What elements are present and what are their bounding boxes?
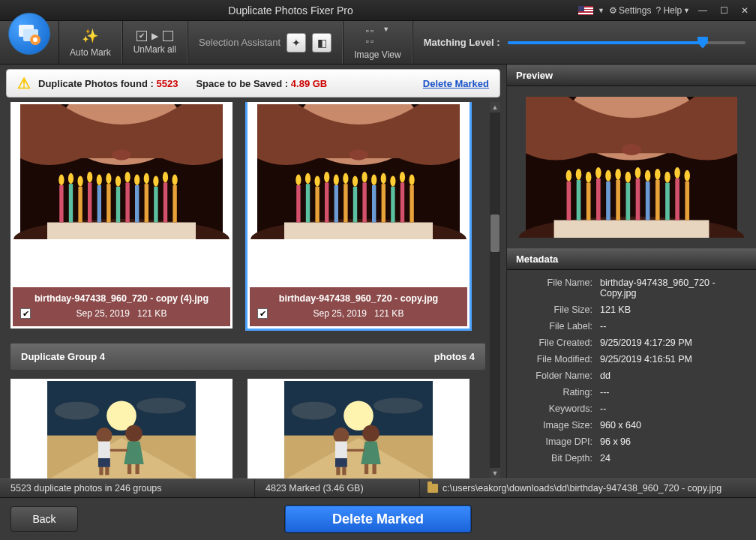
preview-image <box>519 97 744 238</box>
chevron-down-icon[interactable]: ▼ <box>598 7 604 14</box>
arrow-right-icon: ▶ <box>152 31 158 41</box>
minimize-button[interactable]: ― <box>694 3 711 18</box>
auto-mark-button[interactable]: ✨ Auto Mark <box>58 21 122 64</box>
status-groups: 5523 duplicate photos in 246 groups <box>0 479 255 497</box>
slider-thumb[interactable] <box>698 37 708 49</box>
maximize-button[interactable]: ☐ <box>716 3 732 18</box>
scroll-down-arrow[interactable]: ▼ <box>490 468 500 478</box>
scroll-up-arrow[interactable]: ▲ <box>490 102 500 112</box>
chevron-down-icon: ▼ <box>382 26 389 46</box>
thumbnail-image <box>13 104 230 239</box>
selection-assistant-erase-button[interactable]: ◧ <box>312 33 332 52</box>
thumbnail-image <box>250 104 467 239</box>
svg-point-51 <box>33 38 38 42</box>
meta-row: Keywords:-- <box>516 400 747 417</box>
eraser-icon: ◧ <box>317 37 327 49</box>
checked-box-icon: ✔ <box>136 31 147 41</box>
preview-image-box <box>507 86 756 248</box>
meta-row: Folder Name:dd <box>516 368 747 384</box>
delete-marked-link[interactable]: Delete Marked <box>423 78 489 89</box>
meta-row: File Label:-- <box>516 318 747 334</box>
meta-row: Image DPI:96 x 96 <box>516 434 747 450</box>
meta-row: File Created:9/25/2019 4:17:29 PM <box>516 334 747 351</box>
language-flag-icon[interactable] <box>578 6 593 15</box>
mark-checkbox[interactable]: ✔ <box>20 308 31 319</box>
vertical-scrollbar[interactable]: ▲ ▼ <box>490 102 500 478</box>
thumbnail-card[interactable]: birthday-947438_960_720 - copy.jpg Sep 2… <box>248 102 470 328</box>
status-path: c:\users\eakorg\downloads\dd\birthday-94… <box>420 483 756 494</box>
status-bar: 5523 duplicate photos in 246 groups 4823… <box>0 478 756 498</box>
app-title: Duplicate Photos Fixer Pro <box>3 4 578 16</box>
mark-checkbox[interactable]: ✔ <box>257 308 268 319</box>
grid-icon: ▫▫▫▫ <box>366 26 376 46</box>
empty-box-icon <box>163 31 173 41</box>
results-pane: ⚠ Duplicate Photos found : 5523 Space to… <box>0 64 507 478</box>
image-view-button[interactable]: ▫▫▫▫▼ Image View <box>343 21 412 64</box>
app-logo <box>0 21 58 64</box>
thumbnail-card[interactable] <box>10 379 232 478</box>
title-bar: Duplicate Photos Fixer Pro ▼ ⚙Settings ?… <box>0 0 756 21</box>
delete-marked-button[interactable]: Delete Marked <box>284 505 472 533</box>
meta-row: Bit Depth:24 <box>516 450 747 466</box>
found-count: 5523 <box>156 78 178 89</box>
gear-icon: ⚙ <box>609 5 617 16</box>
space-saved: 4.89 GB <box>291 78 327 89</box>
matching-level-group: Matching Level : <box>412 21 756 64</box>
wand-icon: ✨ <box>82 28 98 44</box>
status-marked: 4823 Marked (3.46 GB) <box>255 479 420 497</box>
thumbnail-filename: birthday-947438_960_720 - copy.jpg <box>253 293 464 304</box>
unmark-all-button[interactable]: ✔ ▶ UnMark all <box>122 21 188 64</box>
thumbnail-image <box>250 381 467 478</box>
meta-row: Rating:--- <box>516 384 747 400</box>
folder-icon <box>428 484 438 493</box>
warning-icon: ⚠ <box>17 74 31 92</box>
meta-row: Image Size:960 x 640 <box>516 417 747 434</box>
toolbar: ✨ Auto Mark ✔ ▶ UnMark all Selection Ass… <box>0 21 756 64</box>
preview-header: Preview <box>507 64 756 86</box>
scrollbar-thumb[interactable] <box>490 214 500 252</box>
meta-row: File Name:birthday-947438_960_720 - Copy… <box>516 274 747 302</box>
bottom-bar: Back Delete Marked <box>0 498 756 540</box>
thumbnail-filename: birthday-947438_960_720 - copy (4).jpg <box>16 293 227 304</box>
group-header[interactable]: Duplicate Group 4 photos 4 <box>10 344 485 370</box>
matching-level-slider[interactable] <box>508 41 746 44</box>
meta-row: File Modified:9/25/2019 4:16:51 PM <box>516 351 747 368</box>
wand-icon: ✦ <box>292 37 301 49</box>
thumbnail-card[interactable] <box>248 379 470 478</box>
metadata-header: Metadata <box>507 248 756 270</box>
close-button[interactable]: ✕ <box>736 3 753 18</box>
back-button[interactable]: Back <box>10 506 78 532</box>
thumbnail-image <box>13 381 230 478</box>
meta-row: File Size:121 KB <box>516 302 747 318</box>
metadata-list: File Name:birthday-947438_960_720 - Copy… <box>507 270 756 471</box>
settings-link[interactable]: ⚙Settings <box>609 5 651 16</box>
chevron-down-icon: ▼ <box>683 7 690 14</box>
preview-pane: Preview Metadata File Name:birthday-9474… <box>507 64 756 478</box>
summary-bar: ⚠ Duplicate Photos found : 5523 Space to… <box>6 69 500 98</box>
selection-assistant-group: Selection Assistant ✦ ◧ <box>188 21 343 64</box>
thumbnail-card[interactable]: birthday-947438_960_720 - copy (4).jpg S… <box>10 102 232 328</box>
help-link[interactable]: ? Help▼ <box>656 5 690 16</box>
selection-assistant-wand-button[interactable]: ✦ <box>286 33 306 52</box>
